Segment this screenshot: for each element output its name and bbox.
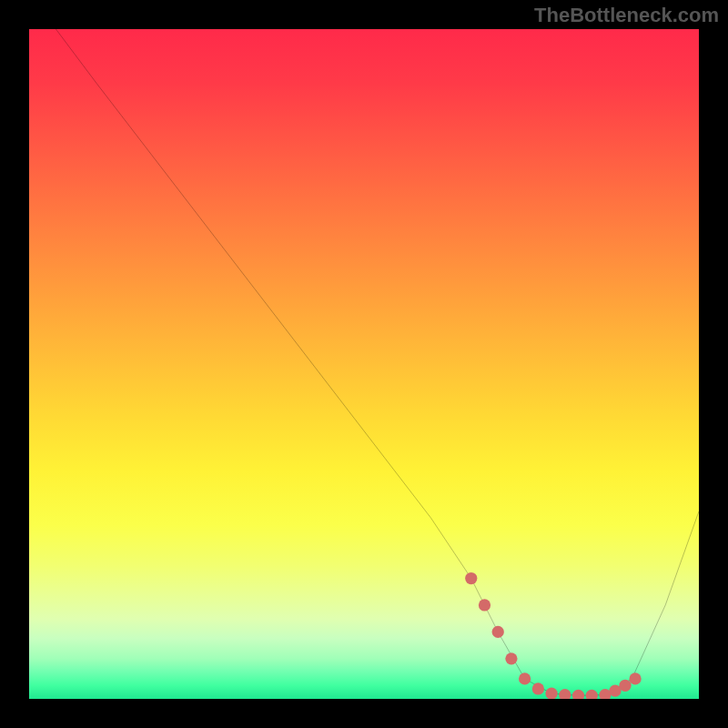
dot bbox=[586, 690, 598, 699]
highlight-dots bbox=[465, 572, 642, 699]
dot bbox=[572, 690, 584, 699]
dot bbox=[479, 599, 490, 611]
curve-svg bbox=[29, 29, 699, 699]
dot bbox=[519, 672, 531, 684]
plot-area bbox=[29, 29, 699, 699]
chart-container: TheBottleneck.com bbox=[0, 0, 728, 728]
curve-line bbox=[56, 29, 699, 695]
dot bbox=[619, 680, 631, 692]
dot bbox=[505, 652, 517, 664]
dot bbox=[629, 672, 641, 684]
dot bbox=[465, 572, 477, 584]
dot bbox=[545, 687, 557, 699]
dot bbox=[532, 682, 544, 694]
watermark-text: TheBottleneck.com bbox=[534, 4, 719, 27]
dot bbox=[492, 626, 504, 638]
dot bbox=[559, 689, 571, 699]
